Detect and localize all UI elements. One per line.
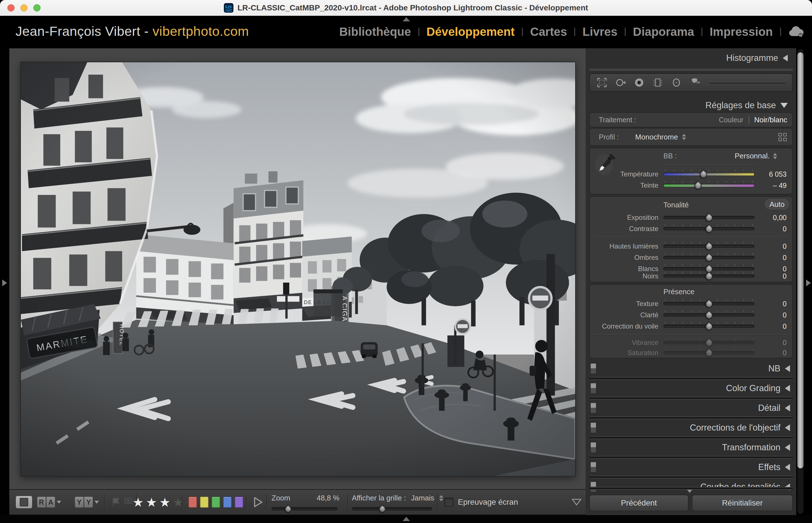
previous-button[interactable]: Précédent [589,495,689,511]
effects-toggle[interactable] [590,462,596,472]
color-grading-toggle[interactable] [590,383,596,394]
tint-value[interactable]: – 49 [755,181,792,190]
basic-panel-header[interactable]: Réglages de base [705,100,788,110]
grid-dropdown-icon[interactable] [439,495,443,501]
wb-value[interactable]: Personnal. [735,151,770,160]
panel-scrollbar-thumb[interactable] [797,52,804,468]
temperature-value[interactable]: 6 053 [755,170,792,178]
compare-dropdown-icon[interactable] [57,501,61,504]
tint-track[interactable] [664,184,755,187]
soft-proofing-checkbox[interactable] [444,498,453,507]
blacks-track[interactable] [664,274,755,278]
lens-corrections-toggle[interactable] [590,422,596,433]
photo-canvas[interactable]: DE LA CIGALE LA CIGALE [20,62,576,476]
graduated-filter-tool-icon[interactable] [652,77,664,89]
histogram-panel-header[interactable]: Histogramme [726,53,788,63]
loupe-view-button[interactable] [16,496,32,509]
color-label-blue[interactable] [223,497,232,508]
texture-value[interactable]: 0 [755,300,792,308]
highlights-knob[interactable] [704,241,714,251]
color-label-red[interactable] [188,497,197,508]
highlights-track[interactable] [664,245,755,248]
slideshow-play-icon[interactable] [252,496,264,508]
grid-value[interactable]: Jamais [411,494,434,502]
sync-cloud-icon[interactable] [788,26,805,38]
star-4-icon[interactable]: ★ [173,495,186,509]
spot-removal-tool-icon[interactable] [615,77,626,89]
blacks-knob[interactable] [704,271,714,281]
panel-nb[interactable]: NB [589,362,793,375]
module-developpement[interactable]: Développement [427,25,515,39]
radial-filter-tool-icon[interactable] [670,77,682,89]
contrast-value[interactable]: 0 [755,225,792,233]
module-diaporama[interactable]: Diaporama [633,25,694,39]
toolbar-options-icon[interactable] [571,499,582,506]
nb-toggle[interactable] [590,363,596,374]
grid-size-slider[interactable] [352,507,432,510]
crop-tool-icon[interactable] [596,77,608,89]
flag-pick-icon[interactable] [110,497,121,508]
profile-dropdown-icon[interactable] [682,134,686,140]
module-bibliotheque[interactable]: Bibliothèque [339,25,411,39]
reset-button[interactable]: Réinitialiser [692,495,793,511]
bottom-panel-expand-arrow-icon[interactable] [403,517,410,521]
tint-knob[interactable] [693,181,703,191]
dehaze-track[interactable] [664,325,755,328]
panel-effects[interactable]: Effets [589,461,793,474]
star-3-icon[interactable]: ★ [159,495,173,509]
profile-value[interactable]: Monochrome [635,133,678,142]
module-livres[interactable]: Livres [582,25,617,39]
module-cartes[interactable]: Cartes [530,25,567,39]
module-impression[interactable]: Impression [710,25,773,39]
shadows-value[interactable]: 0 [755,254,792,262]
profile-browser-icon[interactable] [778,133,787,141]
contrast-knob[interactable] [704,224,714,234]
texture-knob[interactable] [704,299,714,309]
shadows-track[interactable] [664,256,755,259]
temperature-knob[interactable] [699,169,708,179]
texture-track[interactable] [664,302,755,305]
exposure-value[interactable]: 0,00 [755,214,792,222]
dehaze-value[interactable]: 0 [755,322,792,330]
contrast-track[interactable] [664,227,755,231]
compare-view-button[interactable]: R A [37,497,61,507]
exposure-knob[interactable] [704,213,714,222]
shadows-knob[interactable] [704,253,714,263]
star-1-icon[interactable]: ★ [133,495,146,509]
survey-dropdown-icon[interactable] [94,501,99,504]
panel-detail[interactable]: Détail [589,401,793,415]
grid-size-knob[interactable] [378,505,387,514]
color-label-green[interactable] [211,497,220,508]
whites-track[interactable] [664,267,755,271]
auto-button[interactable]: Auto [765,199,789,210]
star-2-icon[interactable]: ★ [146,495,159,509]
zoom-slider-knob[interactable] [284,505,293,514]
detail-toggle[interactable] [590,403,596,413]
transform-toggle[interactable] [590,442,596,453]
color-label-yellow[interactable] [200,497,209,508]
panel-color-grading[interactable]: Color Grading [589,381,793,395]
treatment-bw-option[interactable]: Noir/blanc [754,115,787,124]
clarity-knob[interactable] [704,310,714,320]
blacks-value[interactable]: 0 [755,272,792,281]
panel-scrollbar[interactable] [797,49,804,514]
dehaze-knob[interactable] [704,322,714,331]
treatment-color-option[interactable]: Couleur [719,116,743,124]
survey-view-button[interactable]: Y Y [75,497,99,507]
highlights-value[interactable]: 0 [755,242,792,251]
red-eye-tool-icon[interactable] [633,77,645,89]
panel-lens-corrections[interactable]: Corrections de l'objectif [589,421,793,434]
panel-footer-caret-icon[interactable] [687,490,692,493]
zoom-window-button[interactable] [33,4,41,12]
minimize-window-button[interactable] [20,4,28,12]
temperature-track[interactable] [664,173,755,176]
clarity-value[interactable]: 0 [755,311,792,319]
exposure-track[interactable] [664,216,755,219]
color-label-purple[interactable] [234,497,243,508]
panel-transform[interactable]: Transformation [589,441,793,454]
flag-reject-icon[interactable] [123,497,134,508]
wb-dropdown-icon[interactable] [773,153,777,159]
right-panel-collapse-arrow-icon[interactable] [806,279,811,286]
clarity-track[interactable] [664,313,755,317]
adjustment-brush-tool-icon[interactable] [689,77,701,89]
